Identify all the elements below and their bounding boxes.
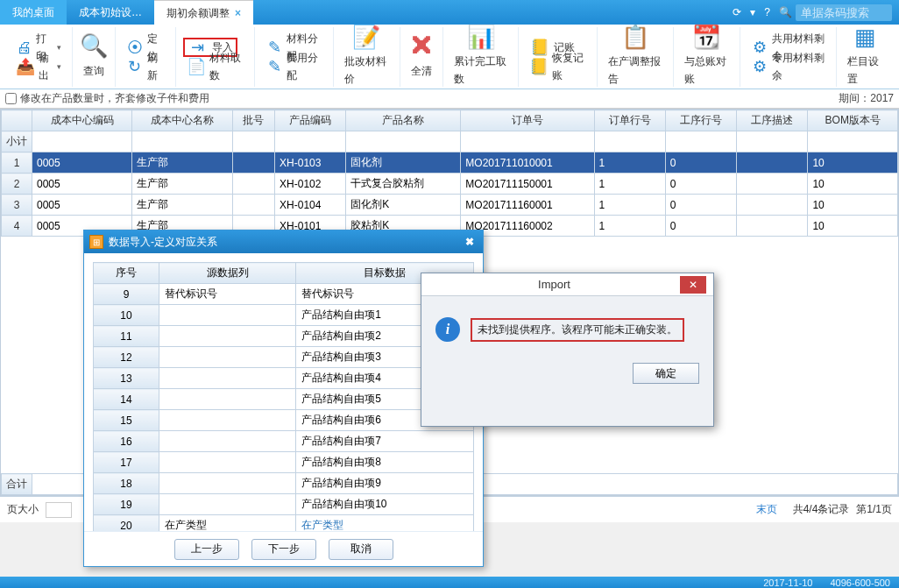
last-page-button[interactable]: 末页 [747, 500, 786, 519]
query-button[interactable]: 查询 [80, 60, 108, 81]
next-step-button[interactable]: 下一步 [251, 539, 316, 560]
sync-modify-checkbox[interactable]: 修改在产品数量时，齐套修改子件和费用 [5, 91, 209, 106]
prev-step-button[interactable]: 上一步 [174, 539, 239, 560]
grid-header[interactable]: 订单行号 [594, 110, 665, 131]
import-icon: ⇥ [188, 37, 209, 58]
grid-header[interactable]: 成本中心名称 [132, 110, 232, 131]
fee-dist-label: 费用分配 [287, 49, 322, 84]
grid-header[interactable]: 批号 [232, 110, 274, 131]
tab-close-icon[interactable]: × [235, 7, 241, 19]
mapping-row[interactable]: 11产品结构自由项2 [94, 326, 474, 347]
material-get-icon: 📄 [187, 56, 206, 77]
spec-mat-icon: ⚙ [751, 56, 768, 77]
mapping-row[interactable]: 18产品结构自由项9 [94, 473, 474, 494]
cumul-button[interactable]: 累计完工取数 [450, 51, 511, 89]
material-get-button[interactable]: 📄材料取数 [183, 57, 247, 76]
status-bar: 2017-11-10 4096-600-500 [0, 577, 899, 588]
app-icon: ⊞ [89, 235, 103, 249]
sync-modify-checkbox-input[interactable] [5, 93, 17, 104]
error-ok-button[interactable]: 确定 [633, 363, 699, 384]
grid-header[interactable]: 产品名称 [346, 110, 461, 131]
dropdown-icon[interactable]: ▾ [750, 6, 755, 18]
wip-report-button[interactable]: 在产调整报告 [605, 51, 665, 89]
tab-my-desktop[interactable]: 我的桌面 [0, 0, 67, 25]
dialog-close-icon[interactable]: ✖ [462, 236, 478, 248]
fee-dist-icon: ✎ [265, 56, 283, 77]
page-size-label: 页大小 [7, 502, 39, 517]
clear-all-button[interactable]: 全清 [407, 60, 435, 81]
tab-cost-init[interactable]: 成本初始设… [67, 0, 154, 25]
caret-icon: ▾ [57, 58, 61, 75]
locate-icon: ⦿ [126, 37, 144, 58]
grid-header[interactable]: 产品编码 [275, 110, 346, 131]
page-size-input[interactable] [46, 502, 72, 518]
print-icon: 🖨 [16, 37, 32, 58]
status-date: 2017-11-10 [763, 577, 812, 588]
batch-price-icon: 📝 [352, 24, 380, 51]
dialog-grid-header[interactable]: 序号 [94, 263, 159, 284]
error-header[interactable]: Import ✕ [421, 273, 713, 296]
error-dialog: Import ✕ i 未找到提供程序。该程序可能未正确安装。 确定 [421, 273, 714, 427]
grid-header[interactable]: 工序行号 [665, 110, 736, 131]
tab-active[interactable]: 期初余额调整× [154, 0, 253, 25]
mapping-row[interactable]: 20在产类型在产类型 [94, 515, 474, 532]
gl-check-label: 与总账对账 [684, 53, 729, 88]
top-icons: ⟳ ▾ ? 🔍 [733, 4, 899, 21]
table-row[interactable]: 10005生产部XH-0103固化剂MO2017110100011010 [2, 152, 898, 174]
export-button[interactable]: 📤输出▾ [12, 57, 65, 76]
mapping-row[interactable]: 10产品结构自由项1 [94, 305, 474, 326]
mapping-row[interactable]: 16产品结构自由项7 [94, 431, 474, 452]
tab-cost-init-label: 成本初始设… [79, 6, 142, 18]
subtotal-label: 小计 [2, 131, 32, 152]
spec-mat-button[interactable]: ⚙专用材料剩余 [747, 57, 830, 76]
error-close-icon[interactable]: ✕ [680, 276, 706, 294]
mapping-row[interactable]: 15产品结构自由项6 [94, 410, 474, 431]
status-num: 4096-600-500 [830, 577, 890, 588]
tab-bar: 我的桌面 成本初始设… 期初余额调整× ⟳ ▾ ? 🔍 [0, 0, 899, 25]
batch-price-label: 批改材料价 [344, 53, 389, 88]
query-label: 查询 [83, 62, 104, 80]
restore-voucher-icon: 📒 [529, 56, 549, 77]
mapping-row[interactable]: 12产品结构自由项3 [94, 347, 474, 368]
gl-check-button[interactable]: 与总账对账 [681, 51, 733, 89]
col-set-label: 栏目设置 [847, 53, 883, 88]
fee-dist-button[interactable]: ✎费用分配 [262, 57, 326, 76]
barcode-search-input[interactable] [796, 4, 892, 21]
refresh-icon: ↻ [126, 56, 144, 77]
table-row[interactable]: 20005生产部XH-0102干式复合胶粘剂MO2017111500011010 [2, 174, 898, 195]
sync-icon[interactable]: ⟳ [733, 6, 741, 18]
grid-header[interactable]: BOM版本号 [808, 110, 898, 131]
sync-modify-label: 修改在产品数量时，齐套修改子件和费用 [20, 91, 209, 106]
option-row: 修改在产品数量时，齐套修改子件和费用 期间：2017 [0, 89, 899, 109]
export-label: 输出 [39, 49, 53, 84]
mapping-row[interactable]: 14产品结构自由项5 [94, 389, 474, 410]
cancel-button[interactable]: 取消 [329, 539, 393, 560]
dialog-header[interactable]: ⊞ 数据导入-定义对应关系 ✖ [84, 230, 483, 253]
ribbon: 🖨打印▾ 📤输出▾ 🔍 查询 ⦿定位 ↻刷新 ⇥导入 📄材料取数 ✎材料分配 ✎… [0, 25, 899, 89]
restore-voucher-button[interactable]: 📒恢复记账 [526, 57, 590, 76]
mapping-row[interactable]: 17产品结构自由项8 [94, 452, 474, 473]
grid-header[interactable]: 订单号 [461, 110, 594, 131]
grid-header[interactable]: 工序描述 [737, 110, 808, 131]
search-icon[interactable]: 🔍 [779, 6, 792, 18]
mapping-row[interactable]: 13产品结构自由项4 [94, 368, 474, 389]
mapping-row[interactable]: 9替代标识号替代标识号 [94, 284, 474, 305]
clear-all-icon: 🗙 [407, 32, 435, 60]
refresh-button[interactable]: ↻刷新 [123, 57, 168, 76]
error-title: Import [428, 278, 680, 291]
record-count: 共4/4条记录 [793, 502, 850, 517]
period-label: 期间：2017 [839, 91, 894, 106]
col-set-icon: ▦ [852, 24, 880, 51]
share-mat-icon: ⚙ [751, 37, 768, 58]
tab-active-label: 期初余额调整 [166, 7, 230, 19]
info-icon: i [435, 317, 460, 342]
dialog-grid-header[interactable]: 源数据列 [159, 263, 296, 284]
cumul-label: 累计完工取数 [454, 53, 507, 88]
grid-header[interactable]: 成本中心编码 [32, 110, 132, 131]
batch-price-button[interactable]: 批改材料价 [341, 51, 393, 89]
help-icon[interactable]: ? [764, 6, 770, 18]
refresh-label: 刷新 [147, 49, 165, 84]
table-row[interactable]: 30005生产部XH-0104固化剂KMO2017111600011010 [2, 195, 898, 216]
col-set-button[interactable]: 栏目设置 [844, 51, 887, 89]
mapping-row[interactable]: 19产品结构自由项10 [94, 494, 474, 515]
